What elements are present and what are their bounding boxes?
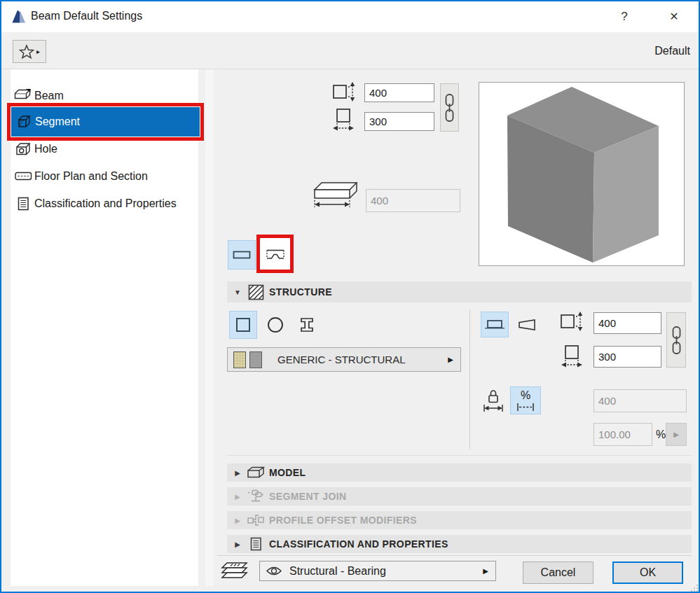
tapered-cross-section-button[interactable] bbox=[512, 312, 542, 337]
rectangle-profile-button[interactable] bbox=[229, 311, 257, 339]
uniform-segment-icon bbox=[233, 251, 251, 259]
tapered-annotation-box bbox=[256, 235, 294, 273]
classification-section-header[interactable]: ▶ CLASSIFICATION AND PROPERTIES bbox=[227, 535, 692, 553]
sidebar-item-floor-plan[interactable]: Floor Plan and Section bbox=[11, 167, 198, 186]
tapered-segment-icon bbox=[265, 248, 286, 260]
profile-width-input[interactable] bbox=[593, 346, 661, 368]
layers-icon bbox=[220, 559, 249, 582]
expander-closed-icon[interactable]: ▶ bbox=[230, 540, 245, 548]
building-material-dropdown[interactable]: GENERIC - STRUCTURAL ▶ bbox=[227, 347, 461, 372]
floor-plan-icon bbox=[13, 172, 33, 181]
expander-closed-icon: ▶ bbox=[230, 493, 245, 501]
percent-spinner-button: ▶ bbox=[666, 423, 687, 446]
segment-join-icon bbox=[245, 489, 266, 504]
material-swatch-surface bbox=[249, 351, 262, 368]
model-section-label: MODEL bbox=[269, 467, 306, 478]
profile-offset-icon bbox=[245, 512, 266, 528]
lock-dimension-icon bbox=[481, 388, 505, 413]
expander-closed-icon[interactable]: ▶ bbox=[230, 469, 245, 477]
profile-offset-section-label: PROFILE OFFSET MODIFIERS bbox=[269, 515, 417, 526]
sidebar-item-label: Beam bbox=[34, 90, 64, 102]
uniform-cross-section-button[interactable] bbox=[481, 312, 509, 337]
layer-dropdown[interactable]: Structural - Bearing ▶ bbox=[259, 561, 496, 581]
resize-grip[interactable] bbox=[690, 584, 699, 592]
cancel-button[interactable]: Cancel bbox=[523, 561, 593, 584]
divider bbox=[217, 555, 692, 556]
end-width-input bbox=[593, 389, 687, 412]
close-button[interactable]: ✕ bbox=[660, 7, 688, 27]
segment-height-input[interactable] bbox=[364, 83, 434, 102]
segment-join-section-label: SEGMENT JOIN bbox=[269, 491, 347, 502]
star-icon bbox=[19, 44, 34, 60]
percent-dimension-icon: % bbox=[514, 388, 537, 413]
hole-icon bbox=[13, 143, 33, 155]
profile-offset-section-header: ▶ PROFILE OFFSET MODIFIERS bbox=[227, 511, 692, 529]
chain-link-icon bbox=[671, 326, 682, 355]
svg-text:%: % bbox=[521, 389, 530, 401]
beam-default-settings-dialog: Beam Default Settings ? ✕ ▸ Default B bbox=[0, 0, 700, 593]
expander-open-icon[interactable]: ▼ bbox=[230, 288, 245, 296]
percent-sign-label: % bbox=[656, 428, 666, 441]
complex-profile-button[interactable] bbox=[291, 311, 322, 339]
segment-height-icon bbox=[331, 81, 358, 102]
dialog-title: Beam Default Settings bbox=[31, 10, 142, 22]
structure-hatch-icon bbox=[245, 284, 266, 300]
divider bbox=[227, 455, 692, 456]
model-icon bbox=[245, 466, 266, 479]
layer-name: Structural - Bearing bbox=[289, 565, 483, 578]
archicad-logo-icon bbox=[11, 8, 27, 25]
dropdown-arrow-icon: ▶ bbox=[448, 356, 453, 363]
segment-icon bbox=[14, 115, 34, 130]
expander-closed-icon: ▶ bbox=[230, 517, 245, 524]
favorites-toolbar: ▸ Default bbox=[1, 32, 699, 69]
scrollbar-track[interactable] bbox=[205, 69, 214, 586]
classification-section-label: CLASSIFICATION AND PROPERTIES bbox=[269, 538, 448, 550]
rectangle-on-line-icon bbox=[484, 318, 505, 332]
classification-doc-icon bbox=[245, 537, 266, 551]
segment-annotation-box: Segment bbox=[7, 103, 204, 141]
preview-3d-panel[interactable] bbox=[479, 82, 685, 266]
sidebar-item-label: Segment bbox=[35, 116, 80, 128]
circle-profile-icon bbox=[267, 316, 284, 333]
end-width-percent-input bbox=[593, 423, 652, 446]
divider bbox=[469, 309, 470, 449]
sidebar-item-beam[interactable]: Beam bbox=[11, 86, 198, 105]
model-section-header[interactable]: ▶ MODEL bbox=[227, 463, 692, 482]
segment-width-icon bbox=[332, 108, 356, 133]
sidebar-item-segment[interactable]: Segment bbox=[11, 107, 200, 137]
sidebar-item-classification[interactable]: Classification and Properties bbox=[11, 194, 198, 213]
link-height-width-button[interactable] bbox=[440, 83, 459, 132]
trapezoid-icon bbox=[516, 318, 537, 332]
help-button[interactable]: ? bbox=[612, 7, 636, 27]
percent-end-width-button[interactable]: % bbox=[510, 386, 541, 414]
segment-width-input[interactable] bbox=[364, 112, 434, 131]
settings-sidebar: Beam Segment bbox=[11, 69, 198, 586]
dropdown-arrow-icon: ▶ bbox=[483, 567, 488, 575]
profile-height-icon bbox=[559, 311, 586, 332]
structure-section-header[interactable]: ▼ STRUCTURE bbox=[227, 281, 692, 302]
beam-icon bbox=[13, 89, 33, 102]
segment-length-input bbox=[366, 189, 460, 212]
favorites-button[interactable]: ▸ bbox=[13, 40, 46, 63]
default-label: Default bbox=[654, 45, 690, 57]
segment-join-section-header: ▶ SEGMENT JOIN bbox=[227, 487, 692, 505]
circle-profile-button[interactable] bbox=[261, 311, 289, 339]
title-bar: Beam Default Settings ? ✕ bbox=[1, 1, 699, 32]
uniform-segment-button[interactable] bbox=[228, 240, 256, 270]
flyout-arrow-icon: ▸ bbox=[36, 48, 40, 55]
profile-height-input[interactable] bbox=[593, 312, 661, 334]
link-profile-dimensions-button[interactable] bbox=[666, 312, 686, 368]
preview-cube bbox=[479, 83, 684, 265]
sidebar-item-hole[interactable]: Hole bbox=[11, 139, 198, 158]
material-swatch-cut bbox=[233, 351, 246, 368]
segment-length-icon bbox=[312, 181, 361, 210]
chain-link-icon bbox=[444, 93, 455, 123]
sidebar-item-label: Floor Plan and Section bbox=[34, 170, 148, 183]
fixed-end-width-button[interactable] bbox=[479, 386, 507, 414]
ok-button[interactable]: OK bbox=[612, 561, 683, 584]
sidebar-item-label: Hole bbox=[34, 143, 57, 155]
tapered-segment-button[interactable] bbox=[260, 238, 290, 270]
eye-icon bbox=[266, 566, 282, 576]
profile-width-icon bbox=[561, 344, 584, 370]
square-profile-icon bbox=[235, 317, 251, 333]
